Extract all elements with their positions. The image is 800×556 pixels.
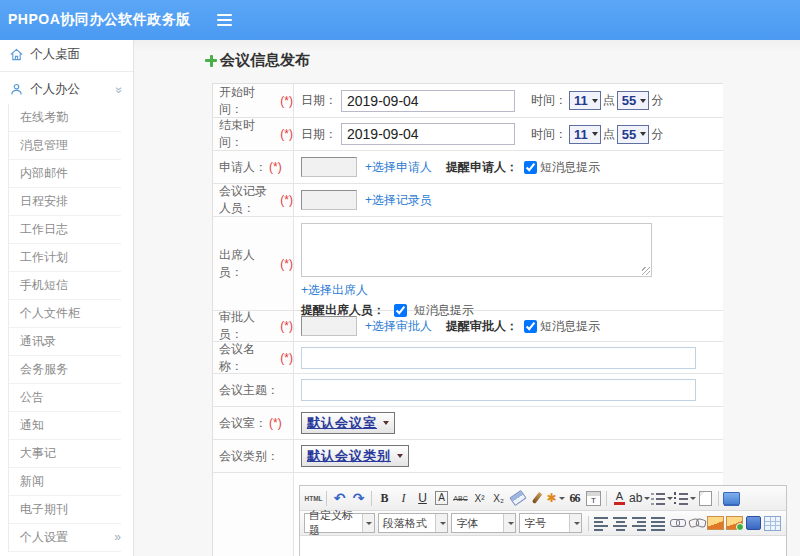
sidebar-item-notice[interactable]: 通知 — [9, 412, 121, 440]
approver-sms-checkbox[interactable] — [524, 320, 537, 333]
minute-value: 55 — [622, 127, 636, 142]
unordered-list-button[interactable] — [673, 488, 696, 508]
sidebar-item-news[interactable]: 新闻 — [9, 468, 121, 496]
sidebar-item-desktop[interactable]: 个人桌面 — [0, 40, 133, 69]
approver-input[interactable] — [301, 316, 357, 336]
menu-hamburger-icon[interactable] — [217, 11, 232, 29]
blockquote-button[interactable]: 66 — [565, 488, 584, 508]
attendees-textarea[interactable] — [301, 223, 652, 277]
html-source-button[interactable]: HTML — [304, 488, 323, 508]
subscript-button[interactable]: X₂ — [489, 488, 508, 508]
insert-media-button[interactable] — [744, 513, 763, 533]
align-justify-button[interactable] — [649, 513, 668, 533]
selected-option: 默认会议类别 — [307, 447, 391, 465]
paragraph-format-select[interactable]: 段落格式 — [378, 513, 449, 533]
meeting-category-select[interactable]: 默认会议类别 — [301, 445, 409, 467]
sidebar-item-announcement[interactable]: 公告 — [9, 384, 121, 412]
font-size-select[interactable]: 字号 — [519, 513, 582, 533]
select-applicant-link[interactable]: +选择申请人 — [365, 159, 432, 176]
start-date-input[interactable] — [341, 90, 515, 112]
caret-down-icon — [592, 132, 598, 136]
page-title-text: 会议信息发布 — [220, 51, 310, 70]
meeting-room-select[interactable]: 默认会议室 — [301, 412, 395, 434]
select-recorder-link[interactable]: +选择记录员 — [365, 192, 432, 209]
sidebar-item-attendance[interactable]: 在线考勤 — [9, 104, 121, 132]
start-hour-select[interactable]: 11 — [569, 91, 601, 110]
sidebar-item-work-log[interactable]: 工作日志 — [9, 216, 121, 244]
font-color-button[interactable]: A — [610, 488, 629, 508]
sidebar-item-sms[interactable]: 手机短信 — [9, 272, 121, 300]
sidebar-item-settings[interactable]: 个人设置» — [9, 524, 121, 552]
image-add-icon — [726, 516, 743, 530]
sidebar-item-schedule[interactable]: 日程安排 — [9, 188, 121, 216]
start-time-label: 开始时间：(*) — [213, 84, 294, 117]
insert-image-button[interactable] — [706, 513, 725, 533]
ordered-list-button[interactable] — [650, 488, 673, 508]
recorder-input[interactable] — [301, 190, 357, 210]
remind-applicant-label: 提醒申请人： — [446, 159, 518, 176]
selected-option: 自定义标题 — [309, 508, 362, 538]
unlink-icon — [689, 518, 705, 528]
select-approver-link[interactable]: +选择审批人 — [365, 318, 432, 335]
row-meeting-content: HTML ↶ ↷ B I U A ABC X² X₂ — [213, 473, 723, 556]
sidebar-item-contacts[interactable]: 通讯录 — [9, 328, 121, 356]
caret-box — [435, 514, 447, 532]
sidebar-item-e-journal[interactable]: 电子期刊 — [9, 496, 121, 524]
sidebar-item-internal-mail[interactable]: 内部邮件 — [9, 160, 121, 188]
superscript-button[interactable]: X² — [470, 488, 489, 508]
fullscreen-button[interactable] — [722, 488, 741, 508]
align-center-icon — [613, 516, 628, 531]
chevron-down-icon[interactable]: » — [113, 86, 127, 93]
redo-icon[interactable]: ↷ — [349, 488, 368, 508]
paste-as-text-button[interactable]: T — [584, 488, 603, 508]
sidebar-item-messages[interactable]: 消息管理 — [9, 132, 121, 160]
undo-icon[interactable]: ↶ — [330, 488, 349, 508]
image-icon — [707, 516, 724, 530]
resize-handle-icon[interactable] — [642, 267, 650, 275]
font-family-select[interactable]: 字体 — [451, 513, 516, 533]
attendees-value: +选择出席人 提醒出席人员： 短消息提示 — [294, 217, 723, 310]
align-left-button[interactable] — [592, 513, 611, 533]
end-time-value: 日期： 时间： 11 点 55 分 — [294, 118, 723, 150]
applicant-input[interactable] — [301, 157, 357, 177]
highlight-color-button[interactable]: ab — [629, 488, 650, 508]
selected-option: 默认会议室 — [307, 414, 377, 432]
sidebar-item-meeting-service[interactable]: 会务服务 — [9, 356, 121, 384]
select-attendees-link[interactable]: +选择出席人 — [301, 283, 368, 297]
quick-format-button[interactable]: ✱ — [546, 488, 565, 508]
insert-table-button[interactable] — [763, 513, 782, 533]
strikethrough-button[interactable]: ABC — [451, 488, 470, 508]
meeting-name-input[interactable] — [301, 347, 696, 369]
label-text: 审批人员： — [219, 309, 278, 343]
format-painter-button[interactable] — [527, 488, 546, 508]
remove-link-button[interactable] — [687, 513, 706, 533]
meeting-subject-input[interactable] — [301, 379, 696, 401]
remove-format-button[interactable] — [508, 488, 527, 508]
new-document-button[interactable] — [696, 488, 715, 508]
applicant-sms-checkbox[interactable] — [524, 161, 537, 174]
editor-content-area[interactable] — [300, 536, 786, 556]
sidebar-item-file-cabinet[interactable]: 个人文件柜 — [9, 300, 121, 328]
insert-link-button[interactable] — [668, 513, 687, 533]
upload-image-button[interactable] — [725, 513, 744, 533]
sidebar-section-office[interactable]: 个人办公 » — [0, 75, 133, 104]
start-minute-select[interactable]: 55 — [617, 91, 649, 110]
bold-button[interactable]: B — [375, 488, 394, 508]
end-hour-select[interactable]: 11 — [569, 125, 601, 144]
sidebar-item-events[interactable]: 大事记 — [9, 440, 121, 468]
align-right-button[interactable] — [630, 513, 649, 533]
italic-button[interactable]: I — [394, 488, 413, 508]
align-center-button[interactable] — [611, 513, 630, 533]
row-end-time: 结束时间：(*) 日期： 时间： 11 点 55 分 — [213, 118, 723, 151]
link-icon — [670, 518, 686, 528]
row-meeting-name: 会议名称：(*) — [213, 342, 723, 374]
custom-heading-select[interactable]: 自定义标题 — [304, 513, 375, 533]
sidebar-item-work-plan[interactable]: 工作计划 — [9, 244, 121, 272]
end-date-input[interactable] — [341, 123, 515, 145]
end-minute-select[interactable]: 55 — [617, 125, 649, 144]
font-style-button[interactable]: A — [432, 488, 451, 508]
underline-button[interactable]: U — [413, 488, 432, 508]
meeting-category-value: 默认会议类别 — [294, 440, 723, 472]
selected-option: 段落格式 — [383, 516, 427, 531]
toolbar-separator — [371, 491, 372, 506]
